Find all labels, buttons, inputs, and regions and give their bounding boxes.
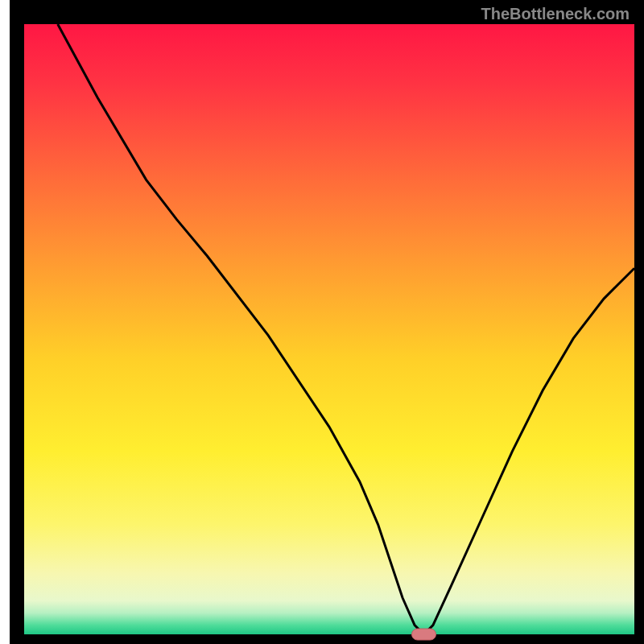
bottleneck-chart: TheBottleneck.com (0, 0, 644, 644)
svg-rect-3 (634, 0, 644, 644)
svg-rect-2 (10, 0, 24, 644)
watermark-text: TheBottleneck.com (481, 5, 630, 23)
minimum-marker (411, 629, 436, 640)
svg-rect-1 (10, 634, 644, 644)
plot-background (24, 24, 634, 634)
chart-svg (0, 0, 644, 644)
